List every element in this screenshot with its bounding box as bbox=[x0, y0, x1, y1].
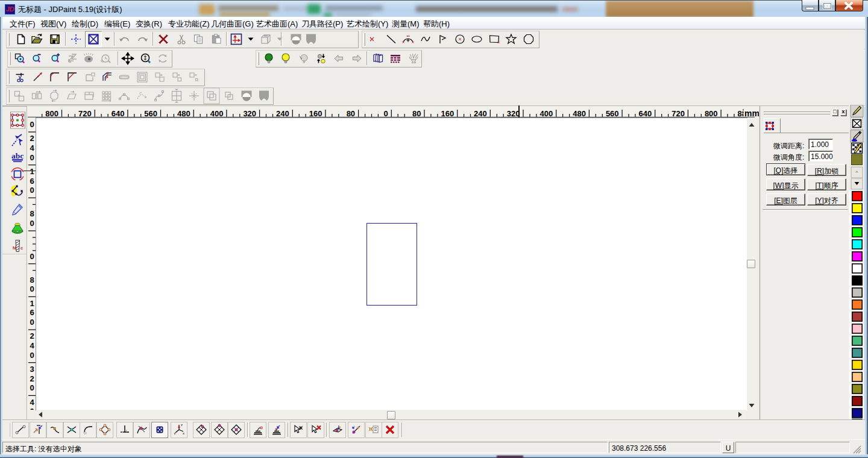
svg-text:80: 80 bbox=[347, 109, 355, 118]
svg-text:4: 4 bbox=[30, 341, 35, 350]
svg-text:240: 240 bbox=[276, 109, 289, 118]
svg-text:1: 1 bbox=[30, 299, 34, 308]
svg-text:0: 0 bbox=[30, 351, 34, 360]
svg-text:160: 160 bbox=[309, 109, 322, 118]
svg-text:560: 560 bbox=[144, 109, 157, 118]
svg-text:0: 0 bbox=[30, 407, 34, 410]
svg-text:640: 640 bbox=[112, 109, 125, 118]
svg-text:720: 720 bbox=[671, 109, 685, 118]
svg-text:480: 480 bbox=[177, 109, 190, 118]
svg-text:0: 0 bbox=[30, 186, 34, 195]
svg-text:400: 400 bbox=[539, 109, 553, 118]
svg-text:240: 240 bbox=[474, 109, 487, 118]
svg-text:0: 0 bbox=[30, 153, 34, 162]
svg-text:N: N bbox=[13, 245, 16, 251]
svg-text:4: 4 bbox=[30, 143, 35, 152]
svg-text:mm: mm bbox=[744, 108, 759, 118]
svg-text:3: 3 bbox=[30, 365, 34, 374]
svg-text:800: 800 bbox=[45, 109, 58, 118]
svg-text:2: 2 bbox=[30, 331, 34, 340]
svg-text:0: 0 bbox=[30, 383, 34, 392]
svg-text:4: 4 bbox=[30, 398, 35, 407]
svg-text:480: 480 bbox=[573, 109, 586, 118]
svg-text:1: 1 bbox=[30, 167, 34, 176]
svg-text:320: 320 bbox=[243, 109, 256, 118]
svg-text:0: 0 bbox=[30, 252, 34, 261]
svg-text:8: 8 bbox=[30, 275, 34, 284]
svg-text:80: 80 bbox=[412, 109, 421, 118]
svg-text:0: 0 bbox=[30, 318, 34, 327]
svg-text:400: 400 bbox=[210, 109, 224, 118]
svg-text:8: 8 bbox=[30, 209, 34, 218]
svg-text:6: 6 bbox=[30, 308, 34, 317]
svg-text:v: v bbox=[174, 431, 176, 435]
svg-text:0: 0 bbox=[30, 284, 34, 293]
svg-text:560: 560 bbox=[606, 109, 619, 118]
svg-text:160: 160 bbox=[441, 109, 454, 118]
svg-text:640: 640 bbox=[638, 109, 652, 118]
svg-text:6: 6 bbox=[30, 177, 34, 186]
svg-text:2: 2 bbox=[30, 374, 34, 383]
svg-text:0: 0 bbox=[30, 219, 34, 228]
svg-text:0: 0 bbox=[30, 120, 34, 129]
svg-text:x: x bbox=[183, 431, 184, 435]
svg-text:c: c bbox=[20, 245, 23, 251]
svg-text:800: 800 bbox=[705, 109, 718, 118]
svg-text:0: 0 bbox=[384, 109, 388, 118]
svg-text:2: 2 bbox=[30, 134, 34, 143]
svg-text:z: z bbox=[181, 423, 183, 427]
svg-text:720: 720 bbox=[78, 109, 92, 118]
svg-text:abc: abc bbox=[11, 151, 24, 160]
